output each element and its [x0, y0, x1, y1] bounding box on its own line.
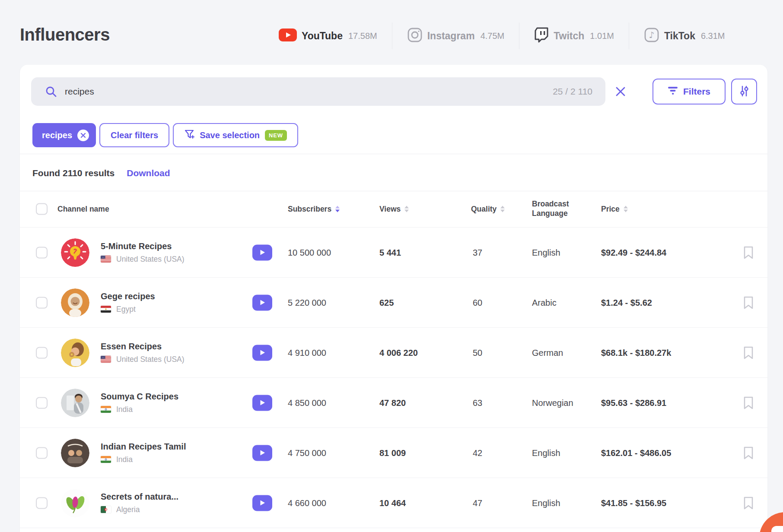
- row-checkbox[interactable]: [36, 447, 48, 459]
- quality-value: 50: [473, 348, 482, 358]
- table-row[interactable]: Indian Recipes Tamil India 4 750 000 81 …: [20, 428, 767, 478]
- youtube-icon: [279, 28, 297, 43]
- views-value: 10 464: [379, 498, 406, 508]
- youtube-play-button[interactable]: [252, 395, 272, 411]
- table-row[interactable]: Secrets of natura... Algeria 4 660 000 1…: [20, 478, 767, 528]
- platform-name: YouTube: [302, 30, 343, 42]
- filter-chip-recipes[interactable]: recipes: [32, 123, 96, 147]
- platform-name: Twitch: [554, 30, 584, 42]
- tiktok-icon: ♪: [644, 27, 659, 44]
- country-name: United States (USA): [116, 355, 185, 364]
- funnel-plus-icon: [184, 129, 194, 142]
- table-row[interactable]: Essen Recipes United States (USA) 4 910 …: [20, 328, 767, 378]
- quality-value: 42: [473, 448, 482, 458]
- channel-info: Soumya C Recipes India: [101, 392, 178, 414]
- channel-info: Indian Recipes Tamil India: [101, 442, 186, 464]
- bookmark-icon[interactable]: [743, 497, 754, 510]
- row-checkbox[interactable]: [36, 347, 48, 358]
- save-selection-button[interactable]: Save selection NEW: [173, 123, 298, 147]
- language-value: English: [532, 448, 560, 458]
- table-row[interactable]: Gege recipes Egypt 5 220 000 625 60 Arab…: [20, 278, 767, 328]
- results-count-text: Found 2110 results: [32, 168, 115, 178]
- search-input[interactable]: [65, 86, 553, 97]
- clear-filters-button[interactable]: Clear filters: [99, 123, 169, 147]
- column-header-views[interactable]: Views: [379, 205, 409, 214]
- sort-icon: [624, 206, 628, 212]
- table-row[interactable]: Soumya C Recipes India 4 850 000 47 820 …: [20, 378, 767, 428]
- language-value: English: [532, 498, 560, 508]
- column-header-subscribers[interactable]: Subscribers: [288, 205, 340, 214]
- clear-search-icon[interactable]: [613, 85, 628, 98]
- views-value: 5 441: [379, 247, 401, 257]
- column-header-price[interactable]: Price: [601, 205, 628, 214]
- download-link[interactable]: Download: [127, 168, 170, 178]
- column-header-broadcast-language: Broadcast Language: [532, 200, 579, 218]
- channel-info: Secrets of natura... Algeria: [101, 492, 178, 514]
- channel-name[interactable]: Essen Recipes: [101, 342, 185, 352]
- youtube-play-button[interactable]: [252, 345, 272, 361]
- bookmark-icon[interactable]: [743, 446, 754, 459]
- channel-name[interactable]: 5-Minute Recipes: [101, 241, 185, 251]
- channel-name[interactable]: Soumya C Recipes: [101, 392, 178, 402]
- filter-chip-label: recipes: [42, 130, 72, 140]
- subscribers-value: 4 850 000: [288, 398, 326, 408]
- youtube-play-button[interactable]: [252, 495, 272, 511]
- active-filters-bar: recipes Clear filters Save selection NEW: [32, 123, 298, 147]
- select-all-checkbox[interactable]: [36, 203, 48, 215]
- filters-label: Filters: [683, 86, 710, 97]
- clear-filters-label: Clear filters: [111, 130, 158, 140]
- remove-filter-icon[interactable]: [77, 130, 89, 141]
- tab-tiktok[interactable]: ♪ TikTok 6.31M: [629, 27, 740, 44]
- country-flag-icon: [101, 506, 111, 513]
- tab-youtube[interactable]: YouTube 17.58M: [279, 28, 392, 43]
- platform-tabs: YouTube 17.58M Instagram 4.75M Twitch 1.…: [279, 22, 740, 50]
- channel-avatar: [61, 238, 89, 267]
- youtube-play-button[interactable]: [252, 244, 272, 260]
- results-card: 25 / 2 110 Filters recipes Clear filters: [20, 65, 767, 532]
- price-value: $1.24 - $5.62: [601, 298, 652, 307]
- language-value: German: [532, 348, 563, 358]
- country-flag-icon: [101, 306, 111, 313]
- tab-twitch[interactable]: Twitch 1.01M: [519, 27, 629, 44]
- search-result-counter: 25 / 2 110: [553, 86, 592, 97]
- channel-info: Gege recipes Egypt: [101, 291, 155, 314]
- price-value: $92.49 - $244.84: [601, 247, 666, 257]
- bookmark-icon[interactable]: [743, 296, 754, 309]
- country-name: India: [116, 455, 133, 464]
- bookmark-icon[interactable]: [743, 346, 754, 359]
- display-settings-button[interactable]: [731, 79, 757, 104]
- channel-info: Essen Recipes United States (USA): [101, 342, 185, 364]
- youtube-play-button[interactable]: [252, 445, 272, 461]
- save-selection-label: Save selection: [200, 130, 260, 140]
- channel-avatar: [61, 489, 89, 517]
- platform-count: 4.75M: [481, 31, 505, 41]
- channel-name[interactable]: Indian Recipes Tamil: [101, 442, 186, 452]
- platform-name: TikTok: [664, 30, 695, 42]
- column-header-quality[interactable]: Quality: [471, 205, 505, 214]
- platform-count: 17.58M: [348, 31, 377, 41]
- subscribers-value: 4 660 000: [288, 498, 326, 508]
- channel-name[interactable]: Gege recipes: [101, 291, 155, 301]
- bookmark-icon[interactable]: [743, 246, 754, 259]
- country-flag-icon: [101, 406, 111, 413]
- table-row[interactable]: 5-Minute Recipes United States (USA) 10 …: [20, 228, 767, 278]
- search-icon: [45, 86, 57, 98]
- row-checkbox[interactable]: [36, 397, 48, 408]
- channel-avatar: [61, 439, 89, 467]
- bookmark-icon[interactable]: [743, 396, 754, 409]
- channel-avatar: [61, 339, 89, 367]
- country-flag-icon: [101, 356, 111, 363]
- youtube-play-button[interactable]: [252, 294, 272, 310]
- sort-icon: [500, 206, 505, 212]
- row-checkbox[interactable]: [36, 497, 48, 509]
- platform-count: 6.31M: [701, 31, 725, 41]
- row-checkbox[interactable]: [36, 297, 48, 308]
- tab-instagram[interactable]: Instagram 4.75M: [392, 27, 519, 44]
- filters-button[interactable]: Filters: [652, 79, 726, 104]
- views-value: 4 006 220: [379, 348, 418, 358]
- quality-value: 60: [473, 298, 482, 307]
- row-checkbox[interactable]: [36, 247, 48, 258]
- price-value: $95.63 - $286.91: [601, 398, 666, 408]
- country-flag-icon: [101, 256, 111, 263]
- channel-name[interactable]: Secrets of natura...: [101, 492, 178, 502]
